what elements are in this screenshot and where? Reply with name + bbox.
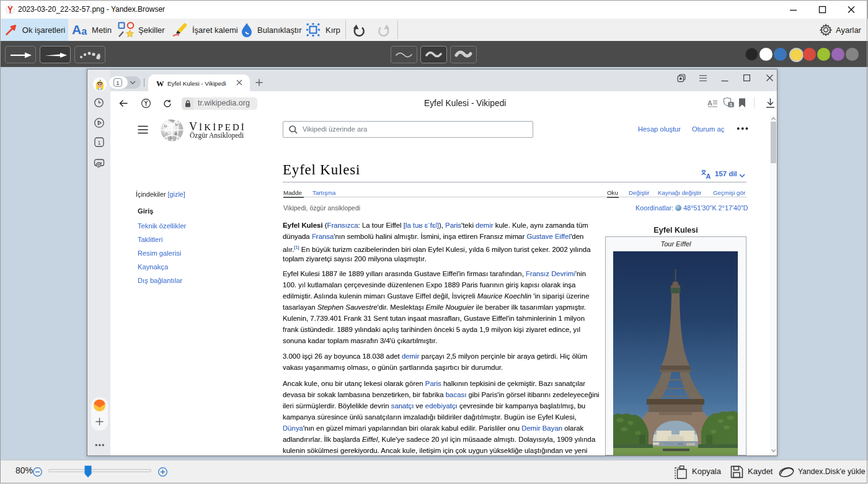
svg-text:A: A [707,99,712,107]
svg-text:Ω: Ω [164,124,167,128]
svg-text:ع: ع [166,131,168,135]
svg-text:A: A [706,173,711,179]
svg-text:あ: あ [174,132,178,136]
svg-text:1: 1 [97,140,100,146]
svg-text:1: 1 [730,102,732,107]
svg-text:W: W [175,123,179,127]
svg-text:D: D [170,136,173,140]
